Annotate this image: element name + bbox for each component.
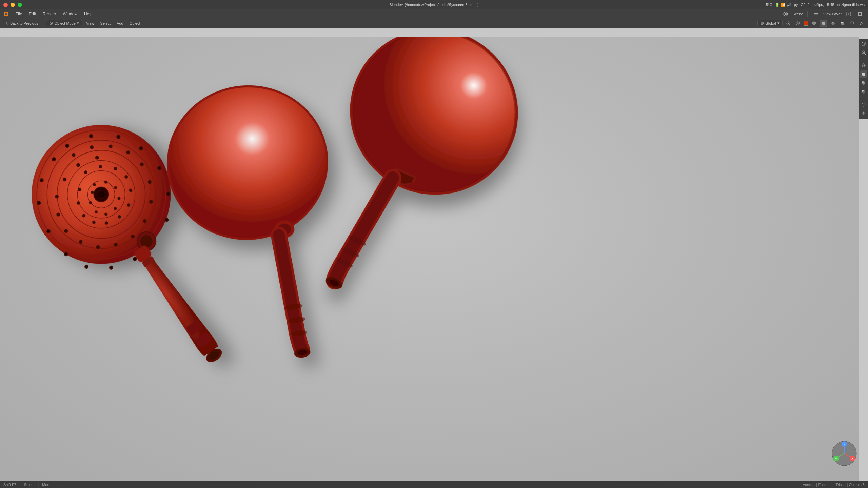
maximize-button[interactable] (18, 3, 22, 7)
mode-selector[interactable]: Object Mode ▾ (46, 20, 82, 26)
object-menu[interactable]: Object (127, 21, 142, 26)
add-menu[interactable]: Add (115, 21, 125, 26)
scene-label: Scene (793, 12, 803, 16)
shading-wireframe[interactable] (860, 62, 867, 69)
svg-point-157 (862, 90, 864, 92)
navigation-gizmo[interactable]: Z X Y (831, 440, 858, 467)
svg-point-24 (823, 22, 824, 23)
svg-point-16 (788, 23, 789, 24)
view-layer-icon (812, 11, 821, 17)
viewport-right-toolbar (859, 39, 868, 119)
menu-render[interactable]: Render (39, 9, 59, 18)
menu-help[interactable]: Help (81, 9, 96, 18)
svg-point-28 (841, 22, 843, 23)
status-separator-2: | (38, 483, 39, 487)
minimize-button[interactable] (11, 3, 15, 7)
svg-point-25 (831, 22, 835, 25)
shading-solid[interactable] (860, 70, 867, 78)
svg-point-158 (862, 103, 865, 106)
status-separator-1: | (20, 483, 21, 487)
svg-point-153 (863, 73, 864, 74)
svg-text:Z: Z (844, 443, 845, 446)
temperature-label: -5°C (765, 3, 772, 7)
menu-hint: Menu (42, 483, 52, 487)
svg-text:X: X (851, 457, 853, 460)
select-menu[interactable]: Select (98, 21, 113, 26)
svg-point-11 (51, 23, 52, 24)
view-menu[interactable]: View (84, 21, 96, 26)
titlebar: Blender* [/home/dez/Projects/Leika/Душев… (0, 0, 868, 9)
datetime-label: Сб, 9 ноябрь, 15:45 (801, 3, 834, 7)
fullscreen-btn[interactable] (856, 11, 864, 17)
scene-icon (781, 11, 790, 17)
svg-point-4 (785, 13, 787, 15)
back-button[interactable]: Back to Previous (3, 21, 40, 26)
svg-point-23 (822, 22, 825, 25)
zoom-btn[interactable] (860, 49, 867, 56)
scene-canvas (0, 37, 859, 481)
svg-rect-6 (814, 14, 818, 15)
window-title: Blender* [/home/dez/Projects/Leika/Душев… (389, 3, 478, 7)
overlay-btn[interactable] (848, 20, 856, 27)
shower-heads-scene (0, 37, 859, 481)
shading-rendered[interactable] (860, 88, 867, 96)
stats-label: Verts:... | Faces:... | Tris:... | Objec… (803, 483, 865, 487)
svg-point-152 (862, 73, 865, 76)
svg-line-146 (864, 53, 866, 55)
gizmo-toggle-btn[interactable] (858, 20, 865, 27)
rendered-btn[interactable] (839, 20, 846, 27)
select-hint: Select (24, 483, 35, 487)
svg-rect-144 (862, 43, 865, 45)
menu-edit[interactable]: Edit (25, 9, 39, 18)
viewport-3d[interactable]: Z X Y (0, 28, 868, 481)
transform-selector[interactable]: Global ▾ (757, 20, 783, 26)
mode-chevron: ▾ (77, 21, 79, 25)
system-icons: 🔋 📶 🔊 (775, 3, 791, 7)
global-chevron: ▾ (777, 21, 780, 25)
proportional-edit-btn[interactable] (794, 20, 802, 27)
view-perspective-btn[interactable] (860, 40, 867, 47)
svg-line-31 (862, 23, 863, 25)
snap-btn[interactable] (785, 20, 792, 27)
username-label: dezigner.tilda.ws (837, 3, 865, 7)
titlebar-controls (0, 3, 22, 7)
svg-point-2 (6, 13, 7, 14)
select-label: Select (100, 21, 111, 25)
view-label: View (86, 21, 94, 25)
svg-point-155 (862, 81, 864, 83)
gizmo-toggle[interactable] (860, 110, 867, 117)
svg-point-26 (832, 22, 833, 23)
svg-point-29 (850, 22, 854, 25)
titlebar-right: -5°C 🔋 📶 🔊 ру Сб, 9 ноябрь, 15:45 dezign… (765, 3, 868, 7)
svg-rect-5 (814, 13, 818, 14)
overlay-toggle[interactable] (860, 101, 867, 108)
menu-file[interactable]: File (12, 9, 25, 18)
add-label: Add (117, 21, 123, 25)
status-bar: Shift F7 | Select | Menu Verts:... | Fac… (0, 481, 868, 488)
view-layer-label: View Layer (823, 12, 842, 16)
svg-point-19 (797, 23, 798, 24)
mode-label: Object Mode (55, 21, 76, 25)
solid-btn[interactable] (820, 20, 827, 27)
global-label: Global (765, 21, 776, 25)
render-properties-btn[interactable] (844, 11, 853, 17)
menu-window[interactable]: Window (59, 9, 81, 18)
svg-line-30 (860, 22, 862, 25)
svg-point-123 (158, 76, 337, 249)
menu-bar: File Edit Render Window Help Scene View … (0, 9, 868, 18)
status-right: Verts:... | Faces:... | Tris:... | Objec… (803, 483, 865, 487)
back-button-label: Back to Previous (10, 21, 38, 25)
shading-material[interactable] (860, 79, 867, 87)
material-btn[interactable] (829, 20, 837, 27)
status-left: Shift F7 | Select | Menu (3, 483, 52, 487)
close-button[interactable] (3, 3, 8, 7)
header-toolbar: Back to Previous Object Mode ▾ View Sele… (0, 18, 868, 28)
object-label: Object (130, 21, 140, 25)
blender-icon[interactable] (0, 9, 12, 18)
color-swatch[interactable] (804, 21, 808, 26)
status-hint-1: Shift F7 (3, 483, 16, 487)
language-label: ру (794, 3, 798, 7)
svg-text:Y: Y (835, 457, 837, 460)
wireframe-btn[interactable] (810, 20, 818, 27)
